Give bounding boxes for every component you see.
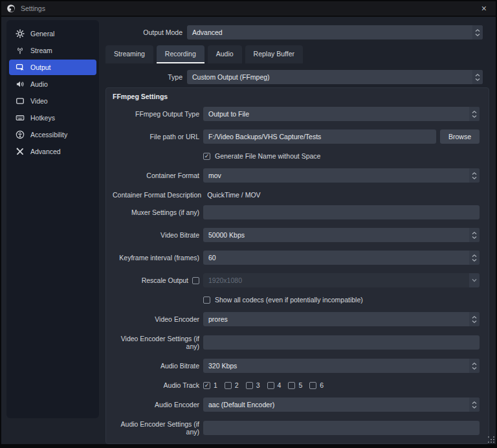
audio-track-1-checkbox[interactable] <box>203 382 210 389</box>
sidebar-item-video[interactable]: Video <box>9 93 96 109</box>
audio-track-6-checkbox[interactable] <box>309 382 316 389</box>
audio-encoder-settings-row: Audio Encoder Settings (if any) <box>113 420 480 436</box>
output-mode-label: Output Mode <box>105 28 182 36</box>
show-all-codecs-checkbox[interactable] <box>203 297 210 304</box>
window-chrome: Settings × General Stream Output <box>1 1 496 444</box>
tab-replay-buffer[interactable]: Replay Buffer <box>245 45 303 63</box>
video-encoder-row: Video Encoder prores <box>113 312 480 326</box>
recording-type-select[interactable]: Custom Output (FFmpeg) <box>187 70 483 84</box>
audio-track-5-checkbox[interactable] <box>288 382 295 389</box>
sidebar-item-stream[interactable]: Stream <box>9 43 96 58</box>
sidebar-item-hotkeys[interactable]: Hotkeys <box>9 110 96 126</box>
type-label: Type <box>105 73 182 81</box>
type-row: Type Custom Output (FFmpeg) <box>105 70 483 84</box>
rescale-output-checkbox[interactable] <box>192 277 199 284</box>
output-mode-select[interactable]: Advanced <box>187 25 483 39</box>
tab-audio[interactable]: Audio <box>208 45 242 63</box>
output-tabbar: Streaming Recording Audio Replay Buffer <box>105 45 489 63</box>
video-bitrate-spinbox[interactable]: 50000 Kbps <box>203 228 480 242</box>
settings-window: Settings × General Stream Output <box>0 0 497 448</box>
audio-bitrate-spinbox[interactable]: 320 Kbps <box>203 359 480 373</box>
spinner-arrows-icon[interactable] <box>472 70 483 84</box>
container-desc-row: Container Format Description QuickTime /… <box>113 191 480 199</box>
spinner-arrows-icon[interactable] <box>469 312 480 326</box>
spinner-arrows-icon[interactable] <box>469 359 480 373</box>
speaker-icon <box>16 80 25 89</box>
ffmpeg-output-type-select[interactable]: Output to File <box>203 107 480 121</box>
tools-icon <box>16 147 25 156</box>
rescale-resolution-select: 1920x1080 <box>203 273 480 287</box>
spinner-arrows-icon[interactable] <box>472 25 483 39</box>
audio-track-checkboxes: 1 2 3 4 5 6 <box>203 381 324 389</box>
spinner-arrows-icon[interactable] <box>469 228 480 242</box>
broadcast-icon <box>16 46 25 55</box>
video-encoder-settings-row: Video Encoder Settings (if any) <box>113 335 480 350</box>
video-encoder-settings-input[interactable] <box>203 335 480 350</box>
sidebar-item-label: Stream <box>30 47 52 54</box>
ffmpeg-output-type-row: FFmpeg Output Type Output to File <box>113 107 480 121</box>
video-bitrate-row: Video Bitrate 50000 Kbps <box>113 228 480 242</box>
output-mode-row: Output Mode Advanced <box>105 25 483 39</box>
spinner-arrows-icon[interactable] <box>469 107 480 121</box>
audio-encoder-row: Audio Encoder aac (Default Encoder) <box>113 398 480 412</box>
sidebar-item-general[interactable]: General <box>9 26 96 41</box>
keyframe-interval-row: Keyframe interval (frames) 60 <box>113 251 480 265</box>
sidebar-item-label: Accessibility <box>30 131 67 139</box>
sidebar-item-advanced[interactable]: Advanced <box>9 144 96 159</box>
sidebar-item-audio[interactable]: Audio <box>9 76 96 92</box>
container-format-row: Container Format mov <box>113 168 480 183</box>
sidebar-item-output[interactable]: Output <box>9 60 96 75</box>
audio-track-3-checkbox[interactable] <box>246 382 253 389</box>
gear-icon <box>16 29 25 38</box>
chevron-down-icon <box>469 273 480 287</box>
container-format-select[interactable]: mov <box>203 168 480 183</box>
close-icon[interactable]: × <box>478 4 491 13</box>
accessibility-icon <box>16 130 25 139</box>
sidebar-item-label: Video <box>30 97 48 105</box>
settings-content: Output Mode Advanced Streaming Recording… <box>105 20 489 444</box>
container-desc-value: QuickTime / MOV <box>207 191 260 199</box>
settings-sidebar: General Stream Output Audio Video <box>6 20 99 418</box>
rescale-output-row: Rescale Output 1920x1080 <box>113 273 480 287</box>
dialog-body: General Stream Output Audio Video <box>1 17 496 444</box>
generate-no-space-row: Generate File Name without Space <box>113 152 480 160</box>
keyboard-icon <box>16 113 25 122</box>
muxer-settings-row: Muxer Settings (if any) <box>113 205 480 219</box>
spinner-arrows-icon[interactable] <box>469 168 480 183</box>
sidebar-item-label: General <box>30 30 54 38</box>
audio-encoder-select[interactable]: aac (Default Encoder) <box>203 398 480 412</box>
window-title: Settings <box>21 5 45 12</box>
tab-streaming[interactable]: Streaming <box>105 45 153 63</box>
ffmpeg-settings-group: FFmpeg Settings FFmpeg Output Type Outpu… <box>105 87 489 444</box>
audio-track-row: Audio Track 1 2 3 4 5 6 <box>113 381 480 389</box>
audio-bitrate-row: Audio Bitrate 320 Kbps <box>113 359 480 373</box>
spinner-arrows-icon[interactable] <box>469 398 480 412</box>
sidebar-item-label: Output <box>30 63 51 71</box>
audio-track-2-checkbox[interactable] <box>225 382 232 389</box>
audio-encoder-settings-input[interactable] <box>203 421 480 435</box>
monitor-icon <box>16 96 25 106</box>
file-path-row: File path or URL Browse <box>113 129 480 144</box>
titlebar[interactable]: Settings × <box>1 1 496 17</box>
tab-recording[interactable]: Recording <box>157 45 204 63</box>
spinner-arrows-icon[interactable] <box>469 251 480 265</box>
obs-logo-icon <box>6 4 16 13</box>
sidebar-item-label: Advanced <box>30 148 61 155</box>
resize-grip[interactable] <box>488 436 494 443</box>
browse-button[interactable]: Browse <box>440 129 480 144</box>
group-title: FFmpeg Settings <box>113 93 480 100</box>
generate-no-space-checkbox[interactable] <box>203 153 210 160</box>
video-encoder-select[interactable]: prores <box>203 312 480 326</box>
sidebar-item-accessibility[interactable]: Accessibility <box>9 127 96 142</box>
sidebar-item-label: Audio <box>30 80 48 88</box>
output-icon <box>16 63 25 72</box>
show-all-codecs-row: Show all codecs (even if potentially inc… <box>113 296 480 304</box>
audio-track-4-checkbox[interactable] <box>267 382 274 389</box>
sidebar-item-label: Hotkeys <box>30 114 55 122</box>
keyframe-interval-spinbox[interactable]: 60 <box>203 251 480 265</box>
muxer-settings-input[interactable] <box>203 205 480 219</box>
file-path-input[interactable] <box>203 129 436 144</box>
